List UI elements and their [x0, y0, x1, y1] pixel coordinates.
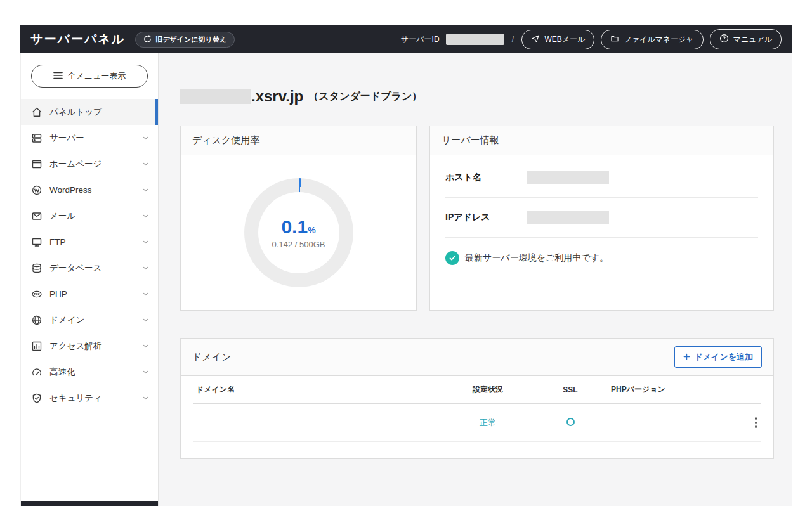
sidebar-item-label: パネルトップ — [49, 107, 102, 118]
manual-button[interactable]: マニュアル — [710, 29, 782, 49]
account-domain-suffix: .xsrv.jp — [251, 88, 303, 105]
wordpress-icon — [31, 185, 43, 196]
hamburger-icon — [53, 72, 63, 81]
folder-icon — [610, 34, 619, 45]
col-ssl: SSL — [532, 386, 608, 394]
sidebar-item-ftp[interactable]: FTP — [21, 229, 158, 255]
chevron-down-icon — [142, 316, 149, 323]
chevron-down-icon — [142, 160, 149, 167]
server-info-card-title: サーバー情報 — [430, 126, 773, 155]
shield-icon — [31, 392, 43, 404]
row-menu-kebab-icon[interactable] — [751, 413, 761, 432]
sidebar-item-homepage[interactable]: ホームページ — [21, 151, 158, 177]
disk-usage-value: 0.1% 0.142 / 500GB — [272, 216, 325, 249]
sidebar-item-mail[interactable]: メール — [21, 203, 158, 229]
refresh-icon — [143, 35, 152, 44]
monitor-icon — [31, 237, 43, 248]
check-circle-icon — [445, 251, 459, 265]
domain-card-header: ドメイン ドメインを追加 — [181, 339, 773, 376]
account-name-redacted — [180, 89, 251, 104]
disk-usage-body: 0.1% 0.142 / 500GB — [181, 155, 416, 310]
disk-usage-detail: 0.142 / 500GB — [272, 240, 325, 249]
host-name-row: ホスト名 — [445, 158, 758, 198]
domain-table-header: ドメイン名 設定状況 SSL PHPバージョン — [193, 376, 761, 404]
switch-old-design-button[interactable]: 旧デザインに切り替え — [135, 32, 235, 48]
sidebar-item-label: データベース — [49, 263, 102, 274]
sidebar-item-php[interactable]: PHP — [21, 281, 158, 307]
chevron-down-icon — [142, 264, 149, 271]
sidebar: 全メニュー表示 パネルトップ サーバー — [20, 53, 159, 506]
sidebar-item-security[interactable]: セキュリティ — [21, 385, 158, 411]
col-domain-name: ドメイン名 — [193, 384, 443, 395]
plan-label: （スタンダードプラン） — [308, 90, 422, 103]
disk-usage-donut-chart: 0.1% 0.142 / 500GB — [244, 178, 353, 287]
chevron-down-icon — [142, 238, 149, 245]
sidebar-item-label: 高速化 — [49, 367, 75, 378]
webmail-button[interactable]: WEBメール — [521, 30, 594, 49]
sidebar-footer-strip — [21, 501, 158, 506]
server-info-body: ホスト名 IPアドレス — [430, 155, 773, 287]
sidebar-item-wordpress[interactable]: WordPress — [21, 177, 158, 203]
sidebar-item-database[interactable]: データベース — [21, 255, 158, 281]
sidebar-item-panel-top[interactable]: パネルトップ — [21, 99, 158, 125]
paper-plane-icon — [531, 34, 540, 45]
question-icon — [719, 34, 729, 45]
col-setting-status: 設定状況 — [443, 384, 532, 395]
add-domain-button[interactable]: ドメインを追加 — [674, 346, 762, 368]
analytics-icon — [31, 341, 43, 352]
disk-usage-percent: 0.1 — [281, 216, 308, 237]
host-name-redacted — [527, 171, 609, 184]
disk-usage-percent-sign: % — [308, 225, 315, 235]
sidebar-item-label: サーバー — [49, 133, 84, 144]
server-id-redacted — [446, 34, 504, 45]
domain-status-value: 正常 — [443, 417, 532, 429]
domain-card-title: ドメイン — [192, 351, 231, 363]
server-panel-app: サーバーパネル 旧デザインに切り替え サーバーID / WEBメール — [20, 25, 792, 506]
top-cards-row: ディスク使用率 0.1% 0.142 / 500GB サーバー情報 — [180, 126, 774, 311]
globe-icon — [31, 315, 43, 326]
ip-address-label: IPアドレス — [445, 212, 527, 223]
file-manager-button[interactable]: ファイルマネージャ — [601, 30, 703, 49]
chevron-down-icon — [142, 394, 149, 401]
app-title: サーバーパネル — [30, 31, 125, 48]
chevron-down-icon — [142, 186, 149, 193]
sidebar-item-label: セキュリティ — [49, 392, 102, 404]
domain-table: ドメイン名 設定状況 SSL PHPバージョン 正常 — [181, 376, 773, 458]
chevron-down-icon — [142, 368, 149, 375]
sidebar-item-label: FTP — [49, 237, 66, 247]
sidebar-item-label: PHP — [49, 289, 67, 299]
header-right-group: サーバーID / WEBメール ファイルマネージャ — [401, 29, 782, 49]
mail-icon — [31, 211, 43, 222]
chevron-down-icon — [142, 342, 149, 349]
col-php-version: PHPバージョン — [608, 384, 729, 395]
page-title: .xsrv.jp （スタンダードプラン） — [180, 88, 774, 105]
server-id-label: サーバーID — [401, 34, 440, 45]
php-icon — [31, 289, 43, 300]
plus-icon — [683, 353, 690, 362]
chevron-down-icon — [142, 212, 149, 219]
sidebar-item-label: WordPress — [49, 185, 92, 195]
sidebar-item-server[interactable]: サーバー — [21, 125, 158, 151]
sidebar-item-label: ホームページ — [49, 159, 102, 170]
main-panel: .xsrv.jp （スタンダードプラン） ディスク使用率 0.1% 0.142 … — [159, 53, 792, 506]
host-name-label: ホスト名 — [445, 172, 527, 183]
server-status-row: 最新サーバー環境をご利用中です。 — [445, 238, 758, 280]
domain-table-row: 正常 — [193, 404, 761, 442]
disk-usage-card-title: ディスク使用率 — [181, 126, 416, 155]
content-area: 全メニュー表示 パネルトップ サーバー — [20, 53, 792, 506]
sidebar-item-access-analytics[interactable]: アクセス解析 — [21, 333, 158, 359]
chevron-down-icon — [142, 134, 149, 141]
domain-card: ドメイン ドメインを追加 ドメイン名 設定状況 SSL — [180, 338, 774, 459]
all-menu-button[interactable]: 全メニュー表示 — [31, 65, 148, 88]
sidebar-item-speed[interactable]: 高速化 — [21, 359, 158, 385]
database-icon — [31, 263, 43, 274]
header-separator: / — [512, 34, 514, 44]
sidebar-item-label: メール — [49, 211, 75, 222]
disk-usage-card: ディスク使用率 0.1% 0.142 / 500GB — [180, 126, 417, 311]
sidebar-item-domain[interactable]: ドメイン — [21, 307, 158, 333]
ip-address-row: IPアドレス — [445, 198, 758, 238]
server-info-card: サーバー情報 ホスト名 IPアドレス — [429, 126, 774, 311]
ssl-circle-icon — [566, 418, 575, 426]
top-header: サーバーパネル 旧デザインに切り替え サーバーID / WEBメール — [20, 25, 792, 53]
home-icon — [31, 107, 43, 118]
